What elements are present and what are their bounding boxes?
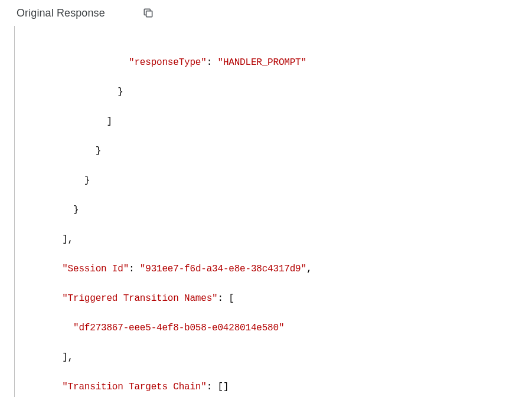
json-code-block: "responseType": "HANDLER_PROMPT" } ] } }…	[0, 26, 532, 397]
panel-title: Original Response	[17, 7, 105, 19]
code-line: ],	[18, 232, 532, 247]
panel-header: Original Response	[0, 0, 532, 26]
code-line: }	[18, 173, 532, 188]
code-line: }	[18, 144, 532, 159]
code-line: "df273867-eee5-4ef8-b058-e0428014e580"	[18, 321, 532, 336]
code-line: "Session Id": "931ee7-f6d-a34-e8e-38c431…	[18, 262, 532, 277]
code-line: ],	[18, 350, 532, 365]
code-border	[14, 26, 15, 397]
code-line: "responseType": "HANDLER_PROMPT"	[18, 55, 532, 70]
code-line: ]	[18, 114, 532, 129]
copy-icon	[142, 7, 154, 19]
svg-rect-0	[146, 11, 152, 17]
code-line: }	[18, 203, 532, 218]
code-line: "Triggered Transition Names": [	[18, 291, 532, 306]
code-line: "Transition Targets Chain": []	[18, 380, 532, 395]
code-line: }	[18, 85, 532, 100]
copy-button[interactable]	[141, 6, 155, 20]
